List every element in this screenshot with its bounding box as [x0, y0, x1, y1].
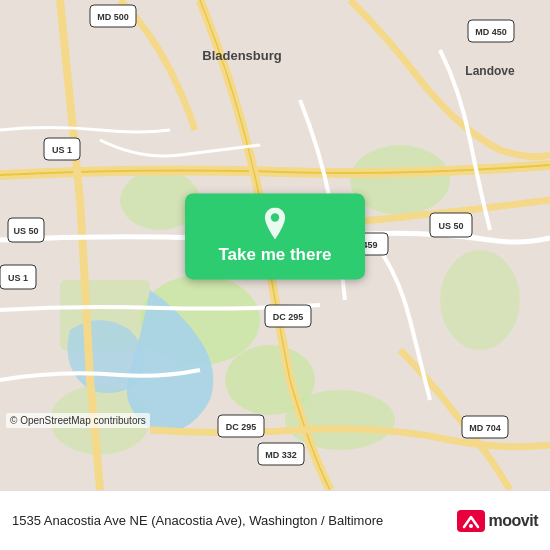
svg-text:MD 332: MD 332: [265, 450, 297, 460]
moovit-logo-icon: [457, 510, 485, 532]
location-pin-icon: [259, 207, 291, 239]
svg-text:Landove: Landove: [465, 64, 515, 78]
svg-point-33: [271, 213, 279, 221]
take-me-there-label: Take me there: [218, 245, 331, 265]
moovit-logo: moovit: [457, 510, 538, 532]
svg-text:US 50: US 50: [438, 221, 463, 231]
moovit-logo-text: moovit: [489, 512, 538, 530]
osm-attribution: © OpenStreetMap contributors: [6, 413, 150, 428]
take-me-there-button[interactable]: Take me there: [185, 193, 365, 279]
svg-text:MD 704: MD 704: [469, 423, 501, 433]
svg-text:DC 295: DC 295: [226, 422, 257, 432]
svg-point-6: [440, 250, 520, 350]
svg-text:MD 450: MD 450: [475, 27, 507, 37]
svg-text:DC 295: DC 295: [273, 312, 304, 322]
svg-text:US 1: US 1: [52, 145, 72, 155]
svg-text:MD 500: MD 500: [97, 12, 129, 22]
svg-point-34: [469, 524, 473, 528]
map-view: US 50 US 1 US 50 US 1 DC 295 DC 295 459 …: [0, 0, 550, 490]
address-text: 1535 Anacostia Ave NE (Anacostia Ave), W…: [12, 513, 449, 528]
svg-text:US 1: US 1: [8, 273, 28, 283]
svg-point-5: [350, 145, 450, 215]
bottom-bar: 1535 Anacostia Ave NE (Anacostia Ave), W…: [0, 490, 550, 550]
svg-text:Bladensburg: Bladensburg: [202, 48, 282, 63]
svg-text:US 50: US 50: [13, 226, 38, 236]
